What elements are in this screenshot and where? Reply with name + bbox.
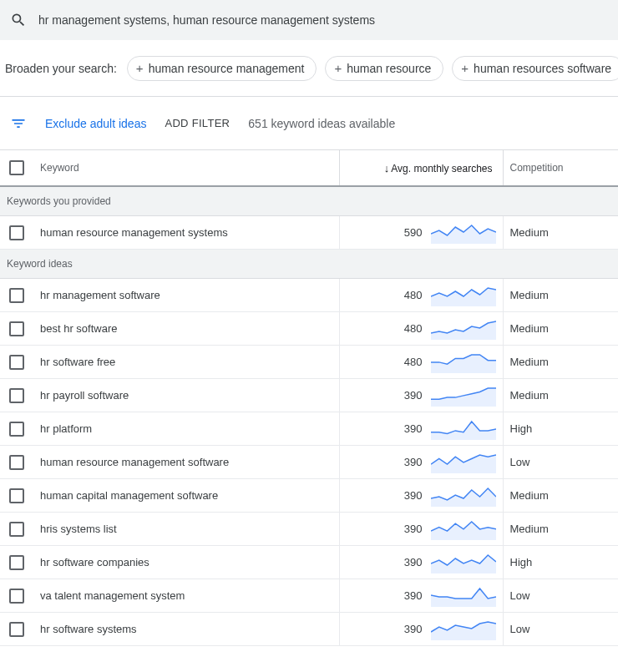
sparkline bbox=[431, 552, 496, 573]
searches-cell: 480 bbox=[347, 318, 496, 340]
searches-value: 390 bbox=[404, 556, 423, 568]
table-row: hr software systems390Low bbox=[0, 613, 618, 646]
searches-value: 390 bbox=[404, 523, 423, 535]
searches-cell: 390 bbox=[347, 452, 496, 473]
column-header-competition[interactable]: Competition bbox=[503, 150, 618, 186]
row-checkbox[interactable] bbox=[9, 522, 24, 537]
competition-cell: Medium bbox=[503, 312, 618, 346]
exclude-adult-link[interactable]: Exclude adult ideas bbox=[45, 117, 146, 130]
row-checkbox[interactable] bbox=[9, 355, 24, 370]
filter-icon[interactable] bbox=[10, 115, 27, 132]
row-checkbox[interactable] bbox=[9, 488, 24, 503]
broaden-chip[interactable]: +human resources software bbox=[452, 56, 618, 81]
section-keyword-ideas: Keyword ideas bbox=[0, 250, 618, 279]
sparkline bbox=[431, 385, 496, 407]
table-row: hr platform390High bbox=[0, 412, 618, 446]
row-checkbox[interactable] bbox=[9, 622, 24, 637]
keyword-cell: hris systems list bbox=[33, 513, 339, 546]
competition-cell: Medium bbox=[503, 379, 618, 412]
table-row: hr payroll software390Medium bbox=[0, 379, 618, 412]
keyword-cell: hr management software bbox=[33, 279, 339, 312]
filter-bar: Exclude adult ideas ADD FILTER 651 keywo… bbox=[0, 97, 618, 150]
competition-cell: Medium bbox=[503, 279, 618, 312]
keyword-cell: va talent management system bbox=[33, 579, 339, 613]
searches-value: 480 bbox=[404, 289, 423, 301]
sparkline bbox=[431, 619, 496, 640]
table-row: hr software companies390High bbox=[0, 546, 618, 579]
sparkline bbox=[431, 518, 496, 540]
keyword-cell: human capital management software bbox=[33, 479, 339, 513]
competition-cell: Medium bbox=[503, 216, 618, 250]
row-checkbox[interactable] bbox=[9, 321, 24, 336]
table-row: human capital management software390Medi… bbox=[0, 479, 618, 513]
sort-descending-icon: ↓ bbox=[384, 162, 390, 174]
competition-cell: High bbox=[503, 412, 618, 446]
searches-cell: 390 bbox=[347, 418, 496, 440]
search-icon bbox=[10, 12, 27, 28]
row-checkbox[interactable] bbox=[9, 225, 24, 240]
broaden-chip[interactable]: +human resource bbox=[325, 56, 443, 81]
broaden-label: Broaden your search: bbox=[5, 62, 117, 75]
keyword-cell: human resource management software bbox=[33, 446, 339, 479]
keyword-cell: human resource management systems bbox=[33, 216, 339, 250]
table-row: best hr software480Medium bbox=[0, 312, 618, 346]
searches-cell: 390 bbox=[347, 485, 496, 507]
searches-cell: 390 bbox=[347, 518, 496, 540]
search-bar bbox=[0, 0, 618, 40]
searches-value: 390 bbox=[404, 589, 423, 602]
competition-cell: Medium bbox=[503, 346, 618, 379]
searches-value: 390 bbox=[404, 456, 423, 468]
keyword-table: Keyword ↓Avg. monthly searches Competiti… bbox=[0, 150, 618, 646]
sparkline bbox=[431, 318, 496, 340]
sparkline bbox=[431, 351, 496, 373]
keyword-cell: hr software companies bbox=[33, 546, 339, 579]
competition-cell: Medium bbox=[503, 479, 618, 513]
competition-cell: Low bbox=[503, 446, 618, 479]
row-checkbox[interactable] bbox=[9, 555, 24, 570]
broaden-search-bar: Broaden your search: +human resource man… bbox=[0, 40, 618, 97]
sparkline bbox=[431, 585, 496, 607]
column-header-keyword[interactable]: Keyword bbox=[33, 150, 339, 186]
add-filter-button[interactable]: ADD FILTER bbox=[165, 117, 230, 129]
searches-value: 390 bbox=[404, 623, 423, 635]
chip-label: human resources software bbox=[474, 62, 611, 75]
column-header-label: Avg. monthly searches bbox=[391, 163, 492, 174]
searches-cell: 390 bbox=[347, 552, 496, 573]
table-row: hris systems list390Medium bbox=[0, 513, 618, 546]
searches-cell: 390 bbox=[347, 619, 496, 640]
broaden-chip[interactable]: +human resource management bbox=[127, 56, 317, 81]
row-checkbox[interactable] bbox=[9, 388, 24, 403]
keyword-cell: hr payroll software bbox=[33, 379, 339, 412]
ideas-count: 651 keyword ideas available bbox=[248, 117, 395, 130]
competition-cell: High bbox=[503, 546, 618, 579]
plus-icon: + bbox=[334, 62, 342, 74]
row-checkbox[interactable] bbox=[9, 422, 24, 437]
plus-icon: + bbox=[136, 62, 144, 74]
select-all-checkbox[interactable] bbox=[9, 160, 24, 175]
searches-cell: 390 bbox=[347, 385, 496, 407]
competition-cell: Low bbox=[503, 579, 618, 613]
searches-cell: 480 bbox=[347, 351, 496, 373]
row-checkbox[interactable] bbox=[9, 589, 24, 604]
searches-value: 390 bbox=[404, 422, 423, 435]
searches-value: 390 bbox=[404, 389, 423, 402]
table-row: human resource management systems590Medi… bbox=[0, 216, 618, 250]
searches-cell: 390 bbox=[347, 585, 496, 607]
searches-value: 590 bbox=[404, 226, 423, 239]
keyword-cell: hr software free bbox=[33, 346, 339, 379]
table-row: hr software free480Medium bbox=[0, 346, 618, 379]
sparkline bbox=[431, 452, 496, 473]
searches-value: 390 bbox=[404, 489, 423, 502]
sparkline bbox=[431, 418, 496, 440]
row-checkbox[interactable] bbox=[9, 288, 24, 303]
keyword-cell: best hr software bbox=[33, 312, 339, 346]
chip-label: human resource bbox=[347, 62, 431, 75]
sparkline bbox=[431, 222, 496, 244]
competition-cell: Medium bbox=[503, 513, 618, 546]
table-row: human resource management software390Low bbox=[0, 446, 618, 479]
sparkline bbox=[431, 285, 496, 306]
column-header-searches[interactable]: ↓Avg. monthly searches bbox=[339, 150, 503, 186]
row-checkbox[interactable] bbox=[9, 455, 24, 470]
search-input[interactable] bbox=[38, 13, 608, 27]
keyword-cell: hr platform bbox=[33, 412, 339, 446]
